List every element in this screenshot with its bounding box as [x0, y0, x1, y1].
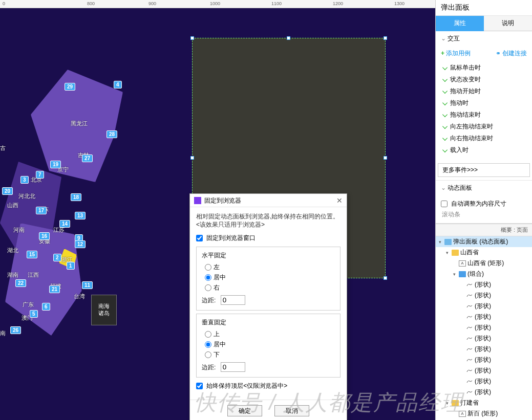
outline-item[interactable]: (形状): [436, 322, 532, 333]
radio-label: 左: [214, 263, 220, 271]
event-list: 鼠标单击时 状态改变时 拖动开始时 拖动时 拖动结束时 向左拖动结束时 向右拖动…: [441, 62, 527, 156]
event-item[interactable]: 向右拖动结束时: [441, 132, 527, 144]
radio-bottom[interactable]: [205, 351, 211, 358]
map-marker[interactable]: 11: [82, 281, 93, 289]
map-marker[interactable]: 19: [50, 161, 61, 168]
resize-handle[interactable]: [287, 36, 290, 40]
outline-item[interactable]: (形状): [436, 301, 532, 312]
event-item[interactable]: 鼠标单击时: [441, 62, 527, 74]
map-marker[interactable]: 21: [49, 285, 60, 293]
radio-h-center[interactable]: [205, 274, 211, 281]
map-marker[interactable]: 6: [42, 303, 50, 311]
resize-handle[interactable]: [190, 36, 194, 40]
map-marker[interactable]: 18: [71, 193, 81, 201]
outline-item-label: (形状): [475, 291, 491, 300]
map-marker[interactable]: 12: [75, 240, 86, 248]
outline-item[interactable]: A山西省 (矩形): [436, 258, 532, 269]
horizontal-ruler: 0 800 900 1000 1100 1200 1300: [0, 0, 435, 8]
tab-properties[interactable]: 属性: [436, 16, 484, 31]
outline-item[interactable]: (形状): [436, 333, 532, 344]
auto-size-checkbox[interactable]: [441, 201, 448, 207]
map-marker[interactable]: 22: [15, 279, 26, 287]
radio-v-center[interactable]: [205, 341, 211, 348]
dialog-titlebar[interactable]: 固定到浏览器 ✕: [190, 194, 347, 207]
tree-arrow-icon[interactable]: ▾: [451, 272, 457, 277]
map-marker[interactable]: 20: [2, 187, 13, 195]
ruler-tick: 1100: [271, 1, 282, 6]
outline-item[interactable]: (形状): [436, 387, 532, 397]
map-marker[interactable]: 16: [39, 232, 50, 240]
outline-item[interactable]: (形状): [436, 355, 532, 365]
event-item[interactable]: 载入时: [441, 144, 527, 156]
tab-notes[interactable]: 说明: [484, 16, 532, 31]
outline-item-label: (形状): [475, 313, 491, 321]
resize-handle[interactable]: [190, 156, 194, 160]
outline-item-label: (形状): [475, 334, 491, 343]
section-interaction-head[interactable]: ⌄ 交互: [436, 31, 532, 46]
event-item[interactable]: 状态改变时: [441, 74, 527, 85]
outline-item[interactable]: (形状): [436, 312, 532, 322]
outline-tree[interactable]: ▾弹出面板 (动态面板)▾山西省A山西省 (矩形)▾(组合)(形状)(形状)(形…: [436, 236, 532, 420]
tree-arrow-icon[interactable]: ▾: [444, 250, 450, 255]
create-link-link[interactable]: ⚭创建连接: [496, 49, 527, 58]
map-marker[interactable]: 29: [65, 83, 75, 91]
pin-checkbox[interactable]: [196, 235, 203, 241]
outline-item[interactable]: (形状): [436, 344, 532, 355]
horizontal-fieldset: 水平固定 左 居中 右 边距:: [196, 247, 341, 311]
ok-button[interactable]: 确定: [227, 405, 262, 416]
outline-item-label: (形状): [475, 323, 491, 332]
outline-item[interactable]: ▾弹出面板 (动态面板): [436, 236, 532, 247]
vertical-fieldset: 垂直固定 上 居中 下 边距:: [196, 314, 341, 378]
outline-panel: 概要 : 页面 ▾弹出面板 (动态面板)▾山西省A山西省 (矩形)▾(组合)(形…: [436, 224, 532, 420]
map-marker[interactable]: 28: [107, 130, 117, 138]
map-marker[interactable]: 4: [114, 81, 122, 89]
map-marker[interactable]: 27: [82, 154, 93, 162]
map-label: 广东: [23, 301, 34, 308]
event-item[interactable]: 向左拖动结束时: [441, 121, 527, 132]
resize-handle[interactable]: [384, 276, 387, 280]
event-item[interactable]: 拖动开始时: [441, 85, 527, 97]
radio-right[interactable]: [205, 284, 211, 291]
close-icon[interactable]: ✕: [336, 194, 343, 207]
outline-item[interactable]: ▾山西省: [436, 247, 532, 258]
outline-item[interactable]: A新百 (矩形): [436, 408, 532, 419]
map-marker[interactable]: 15: [27, 251, 37, 258]
tree-arrow-icon[interactable]: ▾: [444, 401, 450, 406]
nanhai-inset[interactable]: 南海 诸岛: [91, 295, 117, 325]
map-marker[interactable]: 3: [20, 176, 29, 184]
outline-item[interactable]: ▾打建省: [436, 397, 532, 408]
radio-top[interactable]: [205, 331, 211, 338]
h-margin-input[interactable]: [221, 295, 245, 305]
map-marker[interactable]: 26: [10, 326, 21, 334]
event-item[interactable]: 拖动结束时: [441, 109, 527, 121]
map-marker[interactable]: 7: [36, 171, 44, 179]
outline-item[interactable]: (形状): [436, 279, 532, 290]
outline-item[interactable]: (形状): [436, 365, 532, 376]
more-events-button[interactable]: 更多事件>>>: [438, 163, 530, 177]
v-margin-input[interactable]: [221, 362, 245, 372]
event-item[interactable]: 拖动时: [441, 97, 527, 109]
radio-left[interactable]: [205, 264, 211, 271]
shape-icon: [466, 325, 473, 331]
outline-header[interactable]: 概要 : 页面: [436, 224, 532, 236]
map-marker[interactable]: 5: [30, 310, 38, 318]
chevron-down-icon: ⌄: [441, 35, 446, 42]
outline-item[interactable]: ▾(组合): [436, 269, 532, 279]
map-marker[interactable]: 2: [53, 254, 61, 261]
keep-top-checkbox[interactable]: [196, 383, 203, 389]
add-case-link[interactable]: +添加用例: [441, 49, 471, 58]
tree-arrow-icon[interactable]: ▾: [437, 239, 443, 245]
map-marker[interactable]: 14: [59, 220, 70, 228]
resize-handle[interactable]: [384, 36, 387, 40]
outline-item[interactable]: (形状): [436, 290, 532, 301]
map-marker[interactable]: 1: [67, 262, 75, 270]
section-dynamic-head[interactable]: ⌄ 动态面板: [436, 181, 532, 195]
outline-item[interactable]: (形状): [436, 376, 532, 387]
map-marker[interactable]: 13: [75, 212, 86, 219]
cancel-button[interactable]: 取消: [274, 405, 309, 416]
nanhai-label: 南海: [92, 302, 116, 310]
map-marker[interactable]: 17: [36, 207, 47, 214]
shape-icon: [466, 346, 473, 352]
resize-handle[interactable]: [384, 156, 387, 160]
outline-item-label: (形状): [475, 302, 491, 311]
